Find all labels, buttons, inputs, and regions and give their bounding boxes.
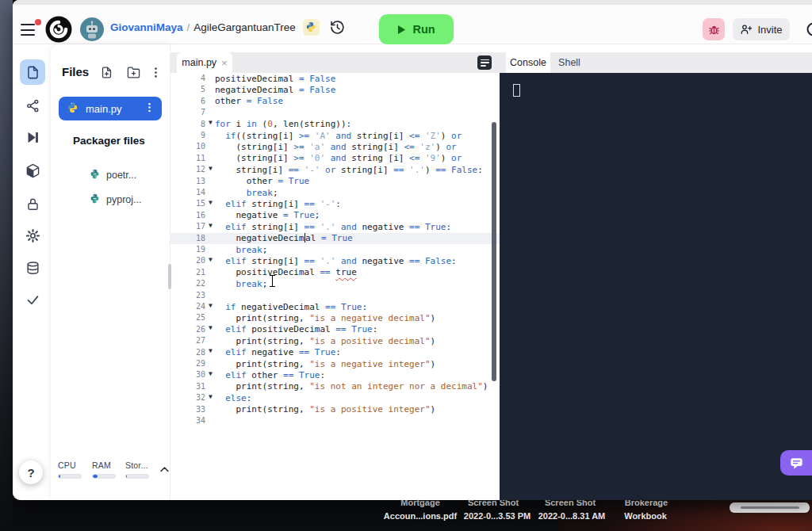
code-line-15[interactable]: 15▼ elif string[i] == '-': — [170, 198, 500, 209]
code-editor[interactable]: 4positiveDecimal = False5negativeDecimal… — [170, 73, 500, 500]
breadcrumb-username[interactable]: GiovanniMaya — [110, 21, 183, 33]
editor-tab-mainpy[interactable]: main.py × — [177, 52, 232, 73]
selected-file-name: main.py — [86, 103, 144, 115]
desktop-file-label[interactable]: 2022-0...3.53 PM — [464, 511, 530, 521]
rail-settings-gear-icon[interactable] — [20, 223, 45, 248]
code-line-4[interactable]: 4positiveDecimal = False — [170, 73, 500, 84]
code-line-24[interactable]: 24▼ if negativeDecimal == True: — [170, 301, 500, 312]
tab-console[interactable]: Console — [506, 52, 550, 73]
rail-database-icon[interactable] — [20, 255, 45, 281]
code-line-12[interactable]: 12▼ string[i] == '-' or string[i] == '.'… — [170, 164, 500, 175]
fold-arrow-icon[interactable]: ▼ — [209, 222, 213, 229]
code-line-10[interactable]: 10 (string[i] >= 'a' and string[i] <= 'z… — [170, 141, 500, 152]
files-panel: Files — [51, 44, 170, 500]
desktop-file-label[interactable]: Workbook — [624, 511, 667, 521]
line-number: 18 — [170, 234, 205, 243]
code-line-22[interactable]: 22 break; — [170, 278, 500, 289]
code-line-13[interactable]: 13 other = True — [170, 176, 500, 187]
code-line-25[interactable]: 25 print(string, "is a negative decimal"… — [170, 312, 500, 323]
code-line-31[interactable]: 31 print(string, "is not an integer nor … — [170, 381, 500, 392]
rail-files-icon[interactable] — [20, 59, 45, 85]
packager-file-item[interactable]: pyproj... — [51, 193, 170, 207]
replit-app-window: GiovanniMaya / AgileGargantuanTree — [13, 0, 812, 500]
code-line-11[interactable]: 11 (string[i] >= '0' and string [i] <= '… — [170, 153, 500, 164]
desktop-file-label[interactable]: 2022-0...8.31 AM — [538, 511, 606, 521]
files-panel-scrollbar[interactable] — [168, 264, 171, 289]
file-kebab-icon[interactable] — [144, 101, 155, 117]
rail-checks-icon[interactable] — [20, 287, 45, 312]
code-line-34[interactable]: 34 — [170, 415, 500, 426]
menu-icon[interactable] — [19, 21, 40, 39]
rail-secrets-lock-icon[interactable] — [20, 191, 45, 216]
code-line-33[interactable]: 33 print(string, "is a positive integer"… — [170, 404, 500, 415]
run-button[interactable]: Run — [379, 14, 454, 44]
add-file-icon[interactable] — [100, 66, 114, 80]
code-line-18[interactable]: 18 negativeDecimal = True — [170, 233, 500, 244]
fold-arrow-icon[interactable]: ▼ — [209, 393, 213, 400]
code-line-6[interactable]: 6other = False — [170, 96, 500, 107]
meter-stor[interactable]: Stor... — [125, 460, 157, 479]
meter-track — [125, 474, 149, 479]
breadcrumb-project-name[interactable]: AgileGargantuanTree — [193, 21, 296, 33]
rail-run-debug-icon[interactable] — [20, 124, 45, 150]
format-code-icon[interactable] — [477, 55, 492, 70]
code-line-17[interactable]: 17▼ elif string[i] == '.' and negative =… — [170, 221, 500, 232]
breadcrumb: GiovanniMaya / AgileGargantuanTree — [110, 10, 347, 44]
code-line-7[interactable]: 7 — [170, 107, 500, 118]
line-number: 4 — [170, 74, 205, 82]
history-icon[interactable] — [328, 17, 347, 36]
code-line-16[interactable]: 16 negative = True; — [170, 210, 500, 221]
rail-version-control-icon[interactable] — [20, 93, 45, 118]
help-button[interactable]: ? — [19, 460, 43, 484]
fold-arrow-icon[interactable]: ▼ — [209, 370, 213, 377]
code-line-14[interactable]: 14 break; — [170, 187, 500, 198]
rail-packages-icon[interactable] — [20, 158, 45, 183]
invite-button[interactable]: Invite — [733, 18, 790, 40]
code-line-20[interactable]: 20▼ elif string[i] == '.' and negative =… — [170, 255, 500, 266]
fold-arrow-icon[interactable]: ▼ — [209, 256, 213, 263]
console-output[interactable] — [500, 73, 812, 500]
desktop-selected-filename-pill[interactable] — [730, 502, 810, 513]
line-number: 23 — [170, 291, 205, 300]
line-number: 22 — [170, 279, 205, 288]
file-item-selected[interactable]: main.py — [59, 97, 162, 120]
tab-close-icon[interactable]: × — [221, 57, 228, 69]
packager-file-item[interactable]: poetr... — [51, 168, 170, 182]
code-line-28[interactable]: 28▼ elif negative == True: — [170, 347, 500, 358]
replit-logo[interactable] — [45, 16, 72, 43]
fold-arrow-icon[interactable]: ▼ — [209, 199, 213, 206]
code-line-27[interactable]: 27 print(string, "is a positive decimal"… — [170, 335, 500, 346]
code-text: negativeDecimal = False — [215, 85, 335, 95]
fold-arrow-icon[interactable]: ▼ — [209, 324, 213, 331]
chat-bubble-button[interactable] — [780, 450, 812, 476]
notification-dot — [35, 19, 41, 25]
desktop-file-label[interactable]: Accoun...ions.pdf — [384, 511, 457, 521]
bug-report-button[interactable] — [703, 18, 725, 40]
code-line-32[interactable]: 32▼ else: — [170, 392, 500, 403]
code-text: elif positiveDecimal == True: — [215, 324, 377, 334]
code-line-19[interactable]: 19 break; — [170, 244, 500, 255]
add-folder-icon[interactable] — [127, 66, 141, 80]
meter-cpu[interactable]: CPU — [58, 460, 90, 479]
tab-shell[interactable]: Shell — [550, 52, 588, 73]
code-text: elif negative == True: — [215, 347, 341, 357]
code-line-29[interactable]: 29 print(string, "is a negative integer"… — [170, 358, 500, 369]
meter-ram[interactable]: RAM — [92, 460, 124, 479]
fold-arrow-icon[interactable]: ▼ — [209, 302, 213, 309]
fold-arrow-icon[interactable]: ▼ — [209, 119, 213, 126]
search-icon[interactable] — [805, 21, 812, 40]
avatar[interactable] — [80, 17, 104, 41]
code-line-26[interactable]: 26▼ elif positiveDecimal == True: — [170, 324, 500, 335]
tool-rail — [13, 44, 51, 500]
code-line-9[interactable]: 9 if((string[i] >= 'A' and string[i] <= … — [170, 130, 500, 141]
fold-arrow-icon[interactable]: ▼ — [209, 347, 213, 354]
code-line-8[interactable]: 8▼for i in (0, len(string)): — [170, 119, 500, 130]
code-line-5[interactable]: 5negativeDecimal = False — [170, 84, 500, 95]
code-line-21[interactable]: 21 positiveDecimal == true — [170, 267, 500, 278]
editor-scrollbar[interactable] — [492, 122, 496, 381]
fold-arrow-icon[interactable]: ▼ — [209, 165, 213, 172]
code-line-23[interactable]: 23 — [170, 290, 500, 301]
line-number: 31 — [170, 382, 205, 391]
code-line-30[interactable]: 30▼ elif other == True: — [170, 369, 500, 380]
kebab-menu-icon[interactable] — [149, 66, 163, 80]
